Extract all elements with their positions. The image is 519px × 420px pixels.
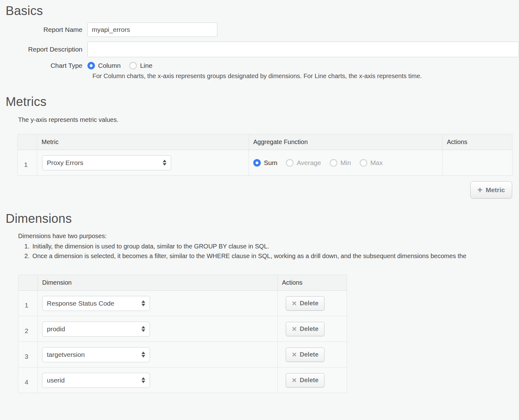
select-arrows-icon — [141, 300, 145, 306]
chart-type-radio[interactable]: Column — [87, 62, 121, 69]
dimension-row: 1 Response Status Code ✕ Delete — [18, 291, 347, 316]
dimension-select[interactable]: Response Status Code — [42, 296, 150, 311]
delete-x-icon: ✕ — [292, 377, 297, 383]
metric-row: 1 Proxy Errors Sum — [18, 150, 512, 176]
delete-dimension-button[interactable]: ✕ Delete — [286, 373, 324, 388]
report-description-input[interactable] — [87, 42, 519, 57]
metrics-col-actions: Actions — [442, 134, 512, 150]
report-name-label: Report Name — [0, 26, 87, 33]
basics-title: Basics — [6, 4, 519, 18]
radio-icon — [330, 159, 337, 167]
dimensions-purpose-list: 1. Initially, the dimension is used to g… — [24, 243, 519, 260]
dimension-select-value: userid — [47, 377, 65, 384]
metrics-header-row: Metric Aggregate Function Actions — [18, 134, 512, 150]
radio-icon — [253, 159, 261, 167]
dimension-row-index: 1 — [18, 291, 38, 316]
dimensions-section: Dimensions Dimensions have two purposes:… — [0, 212, 519, 393]
chart-type-label: Chart Type — [0, 62, 87, 69]
aggregate-function-radio-group: Sum Average Min — [249, 159, 442, 167]
delete-x-icon: ✕ — [292, 300, 297, 307]
radio-label: Line — [140, 62, 152, 69]
metrics-description: The y-axis represents metric values. — [18, 116, 519, 123]
report-description-label: Report Description — [0, 46, 87, 53]
select-arrows-icon — [141, 326, 145, 332]
aggregate-radio[interactable]: Min — [330, 159, 351, 167]
dimension-row: 4 userid ✕ Delete — [18, 368, 347, 393]
delete-dimension-button[interactable]: ✕ Delete — [286, 348, 324, 362]
basics-section: Basics Report Name Report Description Ch… — [0, 0, 519, 80]
dimension-select-value: targetversion — [47, 351, 85, 358]
dimension-select-value: prodid — [47, 325, 65, 333]
delete-dimension-button[interactable]: ✕ Delete — [286, 322, 324, 336]
select-arrows-icon — [141, 352, 145, 358]
radio-label: Column — [98, 62, 121, 69]
radio-icon — [87, 62, 95, 69]
purpose-text: Initially, the dimension is used to grou… — [32, 243, 269, 250]
dimensions-title: Dimensions — [6, 212, 519, 226]
plus-icon: + — [477, 186, 482, 194]
dimension-row: 3 targetversion ✕ Delete — [18, 342, 347, 368]
select-arrows-icon — [163, 160, 166, 166]
metrics-col-metric: Metric — [37, 134, 249, 150]
metric-select-value: Proxy Errors — [47, 159, 83, 167]
delete-button-label: Delete — [300, 325, 319, 332]
dimension-select[interactable]: prodid — [42, 322, 150, 337]
dimensions-col-dimension: Dimension — [38, 275, 278, 291]
radio-icon — [129, 62, 137, 69]
radio-label: Sum — [264, 159, 277, 167]
metrics-table: Metric Aggregate Function Actions 1 Prox… — [17, 134, 512, 176]
select-arrows-icon — [141, 377, 145, 383]
dimension-select-value: Response Status Code — [47, 300, 114, 307]
dimensions-col-actions: Actions — [278, 275, 347, 291]
report-name-row: Report Name — [0, 22, 519, 37]
add-metric-button-label: Metric — [486, 186, 505, 194]
radio-label: Min — [340, 159, 351, 167]
aggregate-radio[interactable]: Max — [360, 159, 383, 167]
aggregate-radio[interactable]: Average — [286, 159, 321, 167]
delete-button-label: Delete — [300, 300, 319, 307]
chart-type-radio-group: Column Line — [87, 62, 152, 69]
metric-select[interactable]: Proxy Errors — [42, 155, 171, 170]
delete-button-label: Delete — [300, 377, 319, 384]
purpose-number: 1. — [24, 243, 30, 250]
delete-x-icon: ✕ — [292, 326, 297, 332]
dimension-row-index: 3 — [18, 342, 38, 368]
metrics-col-aggregate: Aggregate Function — [249, 134, 442, 150]
delete-button-label: Delete — [300, 351, 319, 358]
metrics-title: Metrics — [6, 95, 519, 109]
chart-type-row: Chart Type Column Line — [0, 62, 519, 69]
metrics-col-index — [18, 134, 37, 150]
metric-row-index: 1 — [18, 150, 37, 176]
purpose-text: Once a dimension is selected, it becomes… — [32, 252, 467, 260]
radio-label: Max — [370, 159, 383, 167]
delete-x-icon: ✕ — [292, 352, 297, 358]
metrics-section: Metrics The y-axis represents metric val… — [0, 95, 519, 198]
radio-label: Average — [297, 159, 321, 167]
aggregate-radio[interactable]: Sum — [253, 159, 277, 167]
purpose-number: 2. — [24, 252, 30, 260]
add-metric-button[interactable]: + Metric — [470, 181, 512, 198]
chart-type-help-text: For Column charts, the x-axis represents… — [92, 72, 519, 80]
dimension-select[interactable]: targetversion — [42, 347, 150, 362]
report-name-input[interactable] — [87, 22, 217, 37]
purpose-item: 1. Initially, the dimension is used to g… — [24, 243, 519, 250]
dimension-row-index: 2 — [18, 316, 38, 342]
dimension-row-index: 4 — [18, 368, 38, 393]
report-description-row: Report Description — [0, 42, 519, 57]
delete-dimension-button[interactable]: ✕ Delete — [286, 296, 324, 311]
metric-actions-cell — [442, 150, 512, 176]
dimensions-intro: Dimensions have two purposes: — [18, 232, 519, 240]
dimensions-header-row: Dimension Actions — [18, 275, 347, 291]
radio-icon — [286, 159, 294, 167]
dimension-select[interactable]: userid — [42, 373, 150, 388]
chart-type-radio[interactable]: Line — [129, 62, 152, 69]
purpose-item: 2. Once a dimension is selected, it beco… — [24, 252, 519, 260]
dimension-row: 2 prodid ✕ Delete — [18, 316, 347, 342]
dimensions-table: Dimension Actions 1 Response Status Code — [18, 275, 347, 393]
radio-icon — [360, 159, 367, 167]
dimensions-col-index — [18, 275, 38, 291]
